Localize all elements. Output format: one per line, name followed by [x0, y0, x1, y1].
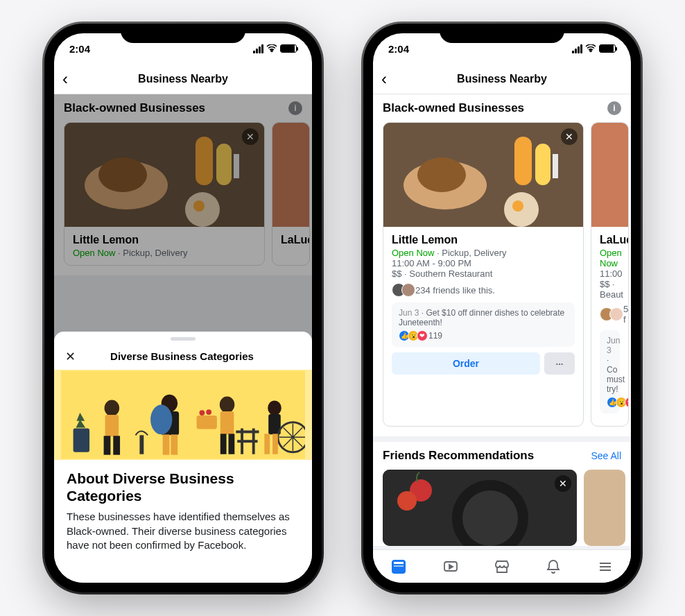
svg-point-46 — [462, 490, 518, 546]
see-all-link[interactable]: See All — [591, 450, 621, 461]
recommendations-carousel[interactable]: ✕ — [373, 470, 631, 546]
svg-rect-25 — [220, 434, 227, 454]
svg-rect-40 — [535, 144, 550, 185]
screen-left: 2:04 ‹ Business Nearby Black-owned Busin… — [54, 33, 312, 583]
business-social: 5 f — [600, 304, 620, 325]
svg-point-48 — [397, 491, 417, 511]
business-hours: 11:00 AM - 9:00 PM — [392, 258, 575, 268]
device-notch — [121, 24, 245, 43]
recommendation-card[interactable]: ✕ — [383, 470, 577, 546]
business-image — [591, 123, 628, 227]
wifi-icon — [585, 44, 596, 53]
business-social: 234 friends like this. — [392, 283, 575, 297]
sheet-description: These businesses have identified themsel… — [67, 510, 300, 552]
svg-rect-20 — [197, 416, 217, 429]
svg-rect-12 — [104, 436, 111, 454]
section-header: Black-owned Businesses i — [373, 94, 631, 122]
promo-box[interactable]: Jun 3 · Co must try! 👍😮❤4 — [600, 330, 620, 413]
svg-rect-30 — [237, 440, 257, 443]
bottom-sheet: ✕ Diverse Business Categories About Dive… — [54, 332, 312, 583]
svg-rect-11 — [105, 415, 119, 436]
svg-rect-39 — [514, 137, 532, 185]
sheet-heading: About Diverse Business Categories — [67, 470, 300, 504]
business-image: ✕ — [383, 123, 583, 227]
business-status: Open Now · Pickup, Delivery — [392, 248, 575, 258]
svg-point-10 — [105, 400, 120, 416]
sheet-title: Diverse Business Categories — [76, 350, 288, 362]
svg-point-21 — [199, 410, 205, 416]
svg-point-31 — [268, 400, 281, 416]
friends-section: Friends Recommendations See All ✕ — [373, 442, 631, 546]
close-icon[interactable]: ✕ — [555, 475, 571, 492]
svg-rect-13 — [113, 436, 120, 454]
svg-point-17 — [150, 404, 172, 434]
battery-icon — [280, 44, 297, 53]
svg-rect-41 — [553, 154, 558, 178]
sheet-illustration — [54, 370, 312, 460]
business-status: Open Now — [600, 248, 620, 268]
status-time: 2:04 — [69, 43, 90, 55]
signal-icon — [572, 44, 582, 53]
business-price: $$ · Beaut — [600, 279, 620, 300]
section-title: Black-owned Businesses — [383, 101, 524, 115]
recommendation-card[interactable] — [584, 470, 625, 546]
svg-rect-9 — [73, 428, 89, 452]
page-title: Business Nearby — [138, 73, 228, 85]
svg-rect-35 — [272, 434, 278, 454]
promo-box[interactable]: Jun 3 · Get $10 off dinner dishes to cel… — [392, 302, 575, 347]
back-button[interactable]: ‹ — [62, 69, 68, 89]
svg-point-23 — [220, 396, 235, 412]
friend-avatars — [392, 283, 411, 297]
business-card[interactable]: ✕ Little Lemon Open Now · Pickup, Delive… — [383, 122, 584, 427]
tab-marketplace[interactable] — [492, 557, 512, 576]
svg-rect-24 — [220, 411, 234, 434]
business-price: $$ · Southern Restaurant — [392, 268, 575, 279]
svg-point-22 — [206, 409, 211, 415]
close-sheet-button[interactable]: ✕ — [65, 349, 76, 364]
svg-point-43 — [512, 200, 523, 212]
business-card[interactable]: LaLueur Open Now 11:00 $$ · Beaut 5 f Ju… — [591, 122, 629, 427]
nav-bar: ‹ Business Nearby — [373, 64, 631, 94]
phone-left: 2:04 ‹ Business Nearby Black-owned Busin… — [44, 24, 322, 592]
svg-rect-34 — [264, 434, 270, 454]
tab-notifications[interactable] — [544, 557, 563, 576]
screen-right: 2:04 ‹ Business Nearby Black-owned Busin… — [373, 33, 631, 583]
business-name: LaLueur — [600, 234, 620, 246]
close-icon[interactable]: ✕ — [561, 128, 578, 145]
order-button[interactable]: Order — [392, 352, 540, 375]
more-button[interactable]: ··· — [544, 352, 575, 375]
svg-rect-50 — [394, 562, 404, 564]
back-button[interactable]: ‹ — [381, 69, 387, 89]
signal-icon — [253, 44, 263, 53]
device-notch — [440, 24, 564, 43]
business-carousel[interactable]: ✕ Little Lemon Open Now · Pickup, Delive… — [373, 122, 631, 436]
svg-rect-14 — [139, 435, 144, 454]
svg-rect-29 — [236, 430, 259, 433]
tab-bar — [373, 549, 631, 583]
business-hours: 11:00 — [600, 268, 620, 279]
info-icon[interactable]: i — [607, 101, 621, 115]
tab-watch[interactable] — [441, 557, 460, 576]
business-name: Little Lemon — [392, 234, 575, 246]
nav-bar: ‹ Business Nearby — [54, 64, 312, 94]
status-time: 2:04 — [388, 43, 409, 55]
friend-avatars — [600, 307, 619, 321]
phone-right: 2:04 ‹ Business Nearby Black-owned Busin… — [363, 24, 641, 592]
friends-title: Friends Recommendations — [383, 449, 534, 463]
svg-point-38 — [417, 157, 466, 192]
svg-rect-18 — [163, 434, 170, 454]
svg-rect-26 — [229, 434, 235, 454]
wifi-icon — [266, 44, 277, 53]
page-title: Business Nearby — [457, 73, 547, 85]
reaction-bar: 👍😮❤ 119 — [399, 330, 568, 341]
svg-rect-51 — [394, 565, 404, 567]
sheet-grabber[interactable] — [171, 337, 196, 341]
battery-icon — [599, 44, 616, 53]
tab-home[interactable] — [389, 557, 408, 576]
svg-rect-19 — [171, 434, 177, 454]
tab-menu[interactable] — [596, 557, 615, 576]
